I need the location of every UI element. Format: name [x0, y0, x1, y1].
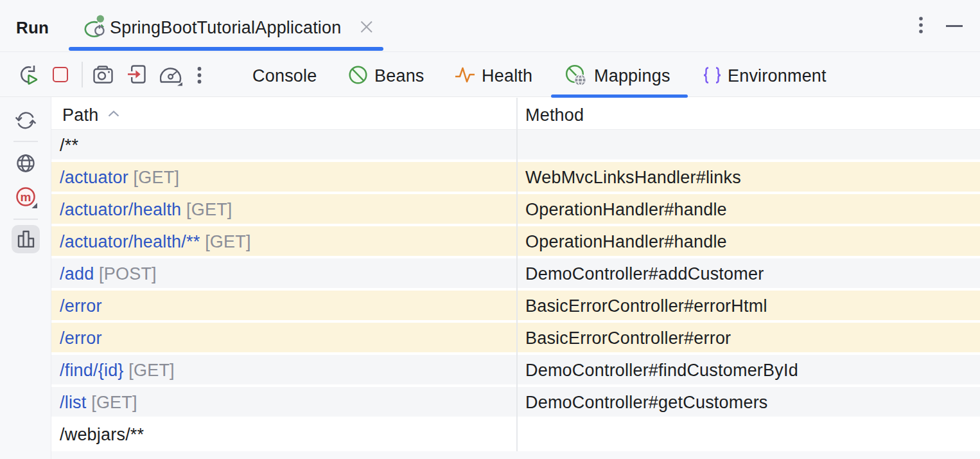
svg-text:m: m [21, 190, 31, 204]
